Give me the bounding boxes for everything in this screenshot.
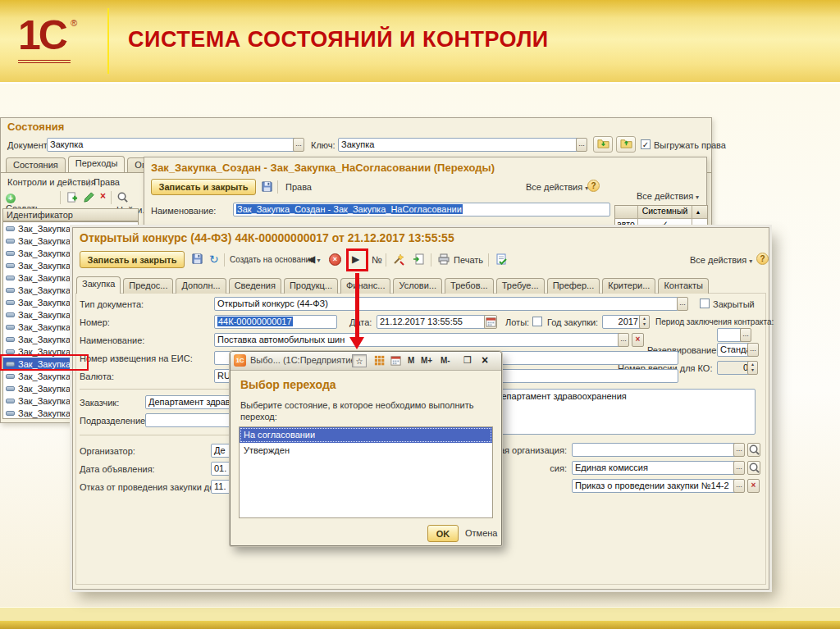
- grid-tool-button[interactable]: [373, 354, 386, 368]
- purchase-name-input[interactable]: Поставка автомобильных шин: [214, 333, 621, 347]
- tab-states[interactable]: Состояния: [6, 157, 66, 173]
- year-value: 2017: [619, 317, 638, 326]
- document-input[interactable]: Закупка: [47, 138, 296, 152]
- print-label[interactable]: Печать: [454, 255, 483, 265]
- purchase-tab-1[interactable]: Предос...: [123, 278, 173, 294]
- key-input[interactable]: Закупка: [338, 138, 579, 152]
- organization-search-button[interactable]: [747, 443, 760, 457]
- year-stepper[interactable]: ▴▾: [639, 315, 650, 329]
- name-input[interactable]: Зак_Закупка_Создан - Зак_Закупка_НаСогла…: [233, 203, 610, 217]
- purchase-tab-0[interactable]: Закупка: [76, 276, 121, 294]
- help-button[interactable]: ?: [587, 180, 600, 192]
- commission-search-button[interactable]: [747, 461, 760, 475]
- favorites-button[interactable]: ☆: [352, 354, 367, 367]
- purchase-tab-2[interactable]: Дополн...: [176, 278, 226, 294]
- number-button[interactable]: №: [372, 254, 382, 266]
- wand-button[interactable]: [392, 253, 405, 267]
- purchase-tab-3[interactable]: Сведения: [229, 278, 281, 294]
- ko-version-input[interactable]: 0: [717, 361, 751, 375]
- controls-actions-link[interactable]: Контроли и действия: [7, 177, 96, 187]
- key-label: Ключ:: [311, 140, 336, 150]
- date-calendar-button[interactable]: [484, 315, 497, 329]
- purchase-name-select-button[interactable]: ...: [618, 333, 629, 347]
- sort-asc-icon[interactable]: ▲: [692, 206, 704, 218]
- calendar-tool-button[interactable]: [390, 354, 402, 368]
- purchase-tab-11[interactable]: Контакты: [658, 278, 709, 294]
- ko-version-stepper[interactable]: ▴▾: [747, 361, 758, 375]
- rights-link[interactable]: Права: [94, 177, 120, 187]
- purchase-name-clear-button[interactable]: ×: [632, 333, 644, 347]
- report-button[interactable]: [495, 253, 508, 267]
- back-transition-button[interactable]: ◀: [308, 253, 315, 266]
- organization-input[interactable]: [572, 443, 737, 457]
- memory-button[interactable]: M: [408, 356, 414, 365]
- purchase-tab-6[interactable]: Услови...: [393, 278, 442, 294]
- grid-blank-header[interactable]: [615, 206, 638, 218]
- copy-button[interactable]: [66, 191, 78, 205]
- lots-checkbox[interactable]: [532, 317, 542, 326]
- paste-button[interactable]: [412, 253, 425, 267]
- document-select-button[interactable]: ...: [293, 138, 304, 152]
- doc-type-input[interactable]: Открытый конкурс (44-ФЗ): [214, 297, 678, 311]
- all-actions-button[interactable]: Все действия ▾: [690, 255, 752, 265]
- grid-all-actions-button[interactable]: Все действия ▾: [637, 191, 699, 201]
- help-button[interactable]: ?: [756, 253, 769, 265]
- state-item-icon: [6, 276, 15, 280]
- unload-rights-checkbox[interactable]: ✓: [641, 139, 651, 149]
- purchase-tab-10[interactable]: Критери...: [602, 278, 655, 294]
- order-input[interactable]: Приказ о проведении закупки №14-2: [572, 479, 737, 493]
- memory-plus-button[interactable]: M+: [421, 356, 432, 365]
- cancel-transition-button[interactable]: ×: [329, 253, 341, 266]
- purchase-tab-7[interactable]: Требов...: [445, 278, 494, 294]
- folder-export-icon: [597, 137, 609, 149]
- close-button[interactable]: ×: [482, 353, 488, 367]
- key-select-button[interactable]: ...: [576, 138, 587, 152]
- number-input[interactable]: 44К-00000000017: [214, 315, 337, 329]
- all-actions-button[interactable]: Все действия ▾: [526, 182, 588, 192]
- doc-type-value: Открытый конкурс (44-ФЗ): [217, 299, 328, 308]
- purchase-tab-5[interactable]: Финанс...: [340, 278, 390, 294]
- order-select-button[interactable]: ...: [733, 479, 745, 493]
- reserve-select-button[interactable]: ...: [747, 343, 759, 357]
- rights-button[interactable]: Права: [285, 182, 312, 192]
- edit-button[interactable]: [83, 191, 95, 205]
- date-input[interactable]: 21.12.2017 13:55:55: [377, 315, 488, 329]
- transition-option[interactable]: На согласовании: [240, 427, 492, 443]
- purchase-tab-8[interactable]: Требуе...: [496, 278, 545, 294]
- slide-header: 1С® СИСТЕМА СОСТОЯНИЙ И КОНТРОЛИ: [0, 0, 840, 84]
- commission-select-button[interactable]: ...: [733, 461, 745, 475]
- organization-select-button[interactable]: ...: [733, 443, 745, 457]
- create-from-button[interactable]: Создать на основании ▾: [230, 255, 321, 264]
- customer-description-box[interactable]: Департамент здравоохранения: [491, 389, 756, 435]
- save-button[interactable]: [191, 253, 203, 267]
- order-clear-button[interactable]: ×: [747, 479, 760, 493]
- memory-minus-button[interactable]: M-: [441, 356, 450, 365]
- purchase-tab-9[interactable]: Префер...: [547, 278, 600, 294]
- delete-button[interactable]: ×: [100, 190, 106, 202]
- calendar-icon: [485, 316, 497, 328]
- refresh-button[interactable]: ↻: [209, 253, 219, 266]
- year-input[interactable]: 2017: [602, 315, 641, 329]
- save-close-button[interactable]: Записать и закрыть: [151, 179, 256, 195]
- transition-option[interactable]: Утвержден: [240, 443, 492, 458]
- closed-checkbox[interactable]: [700, 299, 710, 308]
- state-item-icon: [6, 399, 15, 403]
- commission-input[interactable]: Единая комиссия: [572, 461, 737, 475]
- cancel-button[interactable]: Отмена: [465, 528, 497, 538]
- doc-type-select-button[interactable]: ...: [677, 297, 688, 311]
- dialog-titlebar[interactable]: 1С Выбо... (1С:Предприятие) ☆ M M+ M- ❒ …: [231, 352, 501, 371]
- grid-system-header[interactable]: Системный: [638, 206, 692, 218]
- identifier-column-header[interactable]: Идентификатор: [2, 208, 139, 221]
- purchase-tab-4[interactable]: Продукц...: [284, 278, 338, 294]
- save-close-button[interactable]: Записать и закрыть: [80, 251, 185, 268]
- ok-button[interactable]: OK: [427, 525, 459, 542]
- tab-transitions[interactable]: Переходы: [68, 156, 126, 173]
- contract-period-select-button[interactable]: ...: [740, 328, 751, 342]
- save-button[interactable]: [261, 180, 273, 194]
- print-button[interactable]: [437, 253, 450, 267]
- transition-window-title: Зак_Закупка_Создан - Зак_Закупка_НаСогла…: [151, 162, 495, 174]
- load-button[interactable]: [616, 136, 636, 153]
- unload-button[interactable]: [593, 136, 613, 153]
- maximize-button[interactable]: ❒: [463, 355, 472, 366]
- reserve-input[interactable]: Станда: [717, 343, 751, 357]
